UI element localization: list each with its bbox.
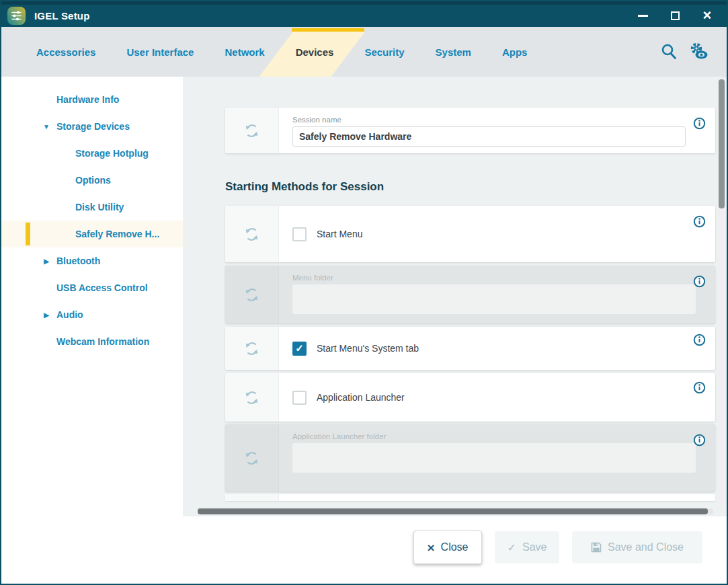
- horizontal-scrollbar[interactable]: [198, 508, 713, 514]
- save-and-close-button: Save and Close: [572, 531, 702, 563]
- vertical-scrollbar[interactable]: [719, 78, 725, 507]
- floppy-disk-icon: [591, 542, 602, 553]
- application-launcher-row: Application Launcher: [225, 373, 715, 422]
- search-icon[interactable]: [659, 42, 678, 61]
- tab-security[interactable]: Security: [364, 27, 404, 77]
- chevron-down-icon[interactable]: ▼: [36, 123, 56, 130]
- minimize-button[interactable]: [637, 9, 649, 22]
- settings-panel: Session name Starting Methods for Sessio…: [183, 77, 727, 516]
- session-name-input[interactable]: [292, 126, 686, 147]
- info-icon[interactable]: [683, 108, 715, 153]
- reset-parameter-button[interactable]: [225, 327, 279, 370]
- application-launcher-folder-label: Application Launcher folder: [292, 432, 683, 440]
- sidebar-item-options[interactable]: Options: [1, 167, 183, 194]
- session-name-label: Session name: [292, 116, 683, 124]
- tab-apps[interactable]: Apps: [502, 27, 528, 77]
- sidebar-item-usb-access-control[interactable]: USB Access Control: [1, 274, 183, 301]
- next-row-partially-visible: [225, 494, 715, 501]
- start-menu-row: Start Menu: [225, 206, 715, 262]
- settings-tree-sidebar: Hardware Info ▼Storage Devices Storage H…: [1, 77, 183, 516]
- sidebar-item-audio[interactable]: ▶Audio: [1, 301, 183, 328]
- check-icon: ✓: [508, 541, 516, 554]
- application-launcher-folder-row: Application Launcher folder: [225, 424, 715, 492]
- title-bar: IGEL Setup ×: [1, 1, 727, 27]
- application-launcher-checkbox-label[interactable]: Application Launcher: [317, 392, 405, 403]
- menu-folder-row: Menu folder: [225, 266, 715, 323]
- chevron-right-icon[interactable]: ▶: [36, 311, 56, 319]
- reset-parameter-button: [225, 424, 279, 492]
- info-icon[interactable]: [683, 373, 715, 422]
- category-tab-bar: Accessories User Interface Network Devic…: [1, 27, 727, 77]
- sidebar-item-safely-remove-hardware[interactable]: Safely Remove H...: [1, 221, 183, 247]
- window-title: IGEL Setup: [34, 10, 90, 22]
- reset-parameter-button[interactable]: [225, 206, 279, 262]
- start-menu-system-tab-row: Start Menu's System tab: [225, 327, 715, 370]
- info-icon[interactable]: [683, 424, 715, 492]
- action-button-bar: × Close ✓ Save Save and Close: [1, 516, 727, 584]
- horizontal-scrollbar-thumb[interactable]: [198, 508, 708, 514]
- tab-user-interface[interactable]: User Interface: [126, 27, 194, 77]
- tab-network[interactable]: Network: [225, 27, 264, 77]
- close-window-button[interactable]: ×: [701, 9, 713, 22]
- system-tab-checkbox-label[interactable]: Start Menu's System tab: [317, 343, 419, 354]
- application-launcher-folder-input: [292, 443, 696, 473]
- tab-accessories[interactable]: Accessories: [36, 27, 95, 77]
- application-launcher-checkbox[interactable]: [292, 391, 307, 405]
- sidebar-item-storage-hotplug[interactable]: Storage Hotplug: [1, 140, 183, 167]
- sidebar-item-webcam-information[interactable]: Webcam Information: [1, 328, 183, 355]
- maximize-icon: [671, 11, 680, 20]
- info-icon[interactable]: [683, 266, 715, 323]
- igel-setup-window: IGEL Setup × Accessories User Interface …: [0, 0, 728, 585]
- vertical-scrollbar-thumb[interactable]: [719, 79, 725, 208]
- reset-parameter-button: [225, 266, 279, 323]
- info-icon[interactable]: [683, 206, 715, 262]
- app-logo-sliders-icon: [7, 7, 26, 25]
- chevron-right-icon[interactable]: ▶: [36, 258, 56, 265]
- save-button: ✓ Save: [495, 531, 559, 563]
- session-name-row: Session name: [225, 108, 715, 153]
- view-settings-gear-eye-icon[interactable]: [689, 42, 709, 61]
- info-icon[interactable]: [683, 327, 715, 370]
- maximize-button[interactable]: [669, 9, 681, 22]
- close-icon: ×: [703, 10, 712, 21]
- minimize-icon: [638, 15, 648, 17]
- menu-folder-input: [292, 284, 696, 314]
- sidebar-item-storage-devices[interactable]: ▼Storage Devices: [1, 113, 183, 140]
- close-button[interactable]: × Close: [413, 531, 482, 564]
- start-menu-checkbox-label[interactable]: Start Menu: [317, 229, 362, 239]
- system-tab-checkbox[interactable]: [292, 342, 307, 356]
- reset-parameter-button[interactable]: [225, 108, 279, 153]
- sidebar-item-disk-utility[interactable]: Disk Utility: [1, 194, 183, 221]
- menu-folder-label: Menu folder: [292, 274, 683, 282]
- start-menu-checkbox[interactable]: [292, 227, 307, 241]
- sidebar-item-hardware-info[interactable]: Hardware Info: [1, 86, 183, 113]
- section-heading: Starting Methods for Session: [225, 180, 727, 194]
- tab-devices[interactable]: Devices: [296, 27, 334, 77]
- reset-parameter-button[interactable]: [225, 373, 279, 422]
- content-area: Hardware Info ▼Storage Devices Storage H…: [1, 77, 727, 516]
- close-x-icon: ×: [427, 541, 434, 554]
- tab-system[interactable]: System: [436, 27, 471, 77]
- active-tab-yellow-bar: [292, 28, 365, 32]
- sidebar-item-bluetooth[interactable]: ▶Bluetooth: [1, 247, 183, 274]
